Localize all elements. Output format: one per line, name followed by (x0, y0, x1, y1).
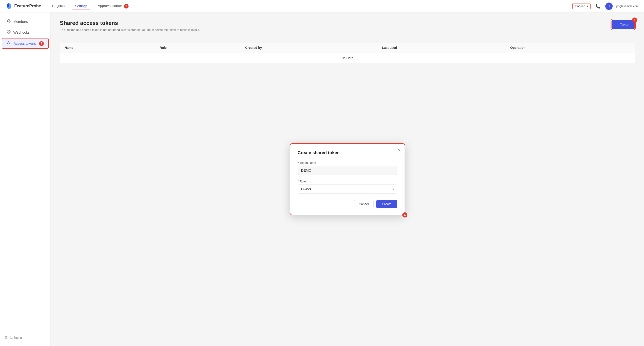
nav-approval[interactable]: Approval center 1 (98, 3, 128, 9)
modal-footer: Cancel Create (298, 200, 397, 208)
nav-links: Projects Settings Approval center 1 (52, 3, 572, 9)
required-star-2: * (298, 180, 299, 183)
sidebar: Members Webhooks Access tokens 2 ☰ Colla… (0, 12, 51, 346)
logo-icon (6, 3, 12, 10)
role-select[interactable]: Owner Member Viewer (298, 184, 397, 194)
create-token-modal: 4 Create shared token ✕ * Token name * R… (290, 143, 405, 215)
approval-badge: 1 (124, 4, 128, 8)
role-label: Role (300, 180, 306, 183)
svg-point-1 (10, 20, 10, 20)
logo[interactable]: FeatureProbe (6, 3, 41, 10)
sidebar-access-tokens-label: Access tokens (14, 42, 36, 46)
modal-title: Create shared token (298, 150, 397, 155)
main-content: Shared access tokens The lifetime of a s… (51, 12, 644, 346)
sidebar-item-members[interactable]: Members (2, 16, 48, 26)
svg-point-3 (8, 42, 9, 43)
required-star-1: * (298, 161, 299, 164)
role-label-wrapper: * Role (298, 180, 397, 183)
topnav: FeatureProbe Projects Settings Approval … (0, 0, 644, 12)
nav-settings[interactable]: Settings (72, 3, 90, 9)
language-label: English (575, 4, 586, 8)
sidebar-collapse[interactable]: ☰ Collapse (0, 333, 50, 342)
access-tokens-badge: 2 (39, 41, 44, 46)
collapse-label: Collapse (10, 336, 22, 340)
access-tokens-icon (7, 41, 11, 46)
app-name: FeatureProbe (14, 4, 41, 8)
nav-projects[interactable]: Projects (52, 3, 64, 9)
sidebar-item-access-tokens[interactable]: Access tokens 2 (2, 38, 48, 48)
modal-close-button[interactable]: ✕ (397, 148, 400, 152)
collapse-icon: ☰ (4, 336, 8, 340)
modal-backdrop: 4 Create shared token ✕ * Token name * R… (51, 12, 644, 346)
phone-icon[interactable]: 📞 (594, 2, 602, 10)
sidebar-webhooks-label: Webhooks (13, 30, 30, 34)
sidebar-item-webhooks[interactable]: Webhooks (2, 28, 48, 37)
members-icon (6, 19, 11, 24)
layout: Members Webhooks Access tokens 2 ☰ Colla… (0, 12, 644, 346)
chevron-down-icon: ▾ (586, 4, 588, 8)
token-name-group: * Token name (298, 161, 397, 175)
nav-right: English ▾ 📞 J jm@example.com (572, 2, 638, 10)
user-name: jm@example.com (616, 4, 638, 8)
token-name-label: Token name (300, 161, 316, 164)
cancel-button[interactable]: Cancel (354, 200, 374, 208)
token-name-input[interactable] (298, 166, 397, 175)
token-name-label-wrapper: * Token name (298, 161, 397, 164)
svg-point-0 (8, 20, 9, 21)
role-select-wrapper: Owner Member Viewer ▾ (298, 184, 397, 194)
annotation-4: 4 (402, 212, 407, 218)
create-button[interactable]: Create (376, 200, 397, 208)
language-selector[interactable]: English ▾ (572, 3, 590, 9)
role-group: * Role Owner Member Viewer ▾ (298, 180, 397, 194)
avatar[interactable]: J (605, 2, 613, 10)
webhooks-icon (6, 30, 11, 35)
sidebar-members-label: Members (13, 20, 28, 24)
